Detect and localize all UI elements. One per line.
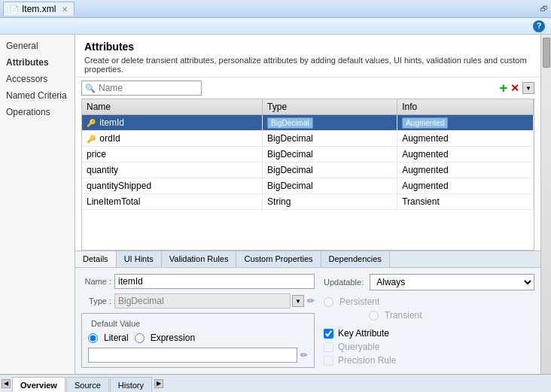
search-icon: 🔍 [85, 84, 96, 93]
content-header: Attributes Create or delete transient at… [75, 35, 540, 77]
row-name: quantity [82, 163, 263, 178]
table-row[interactable]: LineItemTotal String Transient [82, 194, 534, 210]
details-panel: Details UI Hints Validation Rules Custom… [75, 251, 540, 374]
row-name: price [82, 147, 263, 163]
expression-radio[interactable] [135, 333, 145, 343]
literal-label: Literal [104, 333, 129, 343]
row-info: Augmented [397, 163, 534, 178]
precision-rule-checkbox[interactable] [324, 356, 333, 366]
dropdown-button[interactable]: ▼ [522, 82, 534, 94]
main-layout: General Attributes Accessors Named Crite… [0, 35, 551, 374]
row-info: Augmented [397, 147, 534, 163]
tab-details[interactable]: Details [75, 251, 117, 267]
default-value-input-row: ✏ [88, 348, 308, 363]
details-right: Updatable: Always Never OnCreate Persist… [324, 274, 534, 368]
key-icon: 🔑 [87, 119, 96, 127]
table-row[interactable]: quantityShipped BigDecimal Augmented [82, 178, 534, 194]
persistent-radio-row: Persistent [324, 296, 534, 307]
precision-rule-row: Precision Rule [324, 355, 534, 366]
row-name: 🔑 ordId [82, 131, 263, 147]
expression-radio-row: Expression [135, 333, 195, 343]
persistent-label: Persistent [339, 296, 379, 307]
content-description: Create or delete transient attributes, p… [84, 56, 531, 74]
tab-custom-properties[interactable]: Custom Properties [236, 251, 321, 267]
sidebar-item-named-criteria[interactable]: Named Criteria [0, 87, 75, 104]
tab-dependencies[interactable]: Dependencies [321, 251, 390, 267]
title-tab[interactable]: 📄 Item.xml ✕ [3, 2, 75, 16]
row-name: 🔑 itemId [82, 115, 263, 131]
bottom-tab-source[interactable]: Source [66, 377, 109, 392]
default-value-input[interactable] [88, 348, 297, 363]
table-toolbar: 🔍 + ✕ ▼ [75, 77, 540, 99]
row-name: LineItemTotal [82, 194, 263, 210]
bottom-bar: ◀ Overview Source History ▶ [0, 374, 551, 392]
persistent-radio [324, 297, 333, 307]
edit-type-button[interactable]: ✏ [307, 296, 315, 306]
row-info: Augmented [397, 178, 534, 194]
title-tab-label: Item.xml [22, 4, 56, 14]
checkbox-group: Key Attribute Queryable Precision Rule [324, 328, 534, 366]
transient-label: Transient [385, 310, 422, 321]
transient-radio [369, 311, 379, 321]
close-icon[interactable]: ✕ [62, 5, 68, 14]
sidebar-item-accessors[interactable]: Accessors [0, 71, 75, 87]
default-value-label: Default Value [88, 319, 143, 328]
type-label: Type : [81, 296, 111, 305]
literal-radio[interactable] [88, 333, 98, 343]
details-left: Name : Type : ▼ ✏ Default Value [81, 274, 315, 368]
sidebar-item-attributes[interactable]: Attributes [0, 54, 75, 71]
transient-radio-row: Transient [369, 310, 422, 321]
updatable-row: Updatable: Always Never OnCreate [324, 274, 534, 290]
details-tabs-bar: Details UI Hints Validation Rules Custom… [75, 251, 540, 268]
table-row[interactable]: 🔑 ordId BigDecimal Augmented [82, 131, 534, 147]
precision-rule-label: Precision Rule [338, 355, 396, 366]
nav-forward-button[interactable]: ▶ [154, 379, 163, 388]
queryable-checkbox[interactable] [324, 342, 333, 352]
name-field[interactable] [114, 274, 315, 289]
queryable-label: Queryable [338, 342, 379, 352]
tab-ui-hints[interactable]: UI Hints [117, 251, 162, 267]
expression-label: Expression [151, 333, 195, 343]
col-type: Type [263, 99, 397, 115]
table-row[interactable]: price BigDecimal Augmented [82, 147, 534, 163]
bottom-tab-overview[interactable]: Overview [12, 377, 65, 392]
key-attribute-label: Key Attribute [338, 328, 389, 339]
right-scrollbar[interactable] [540, 35, 551, 374]
table-row[interactable]: 🔑 itemId BigDecimal Augmented [82, 115, 534, 131]
attributes-table: Name Type Info 🔑 itemId BigDecimal Augme… [82, 99, 534, 210]
type-row: Type : ▼ ✏ [81, 293, 315, 308]
scrollbar-thumb[interactable] [543, 38, 550, 68]
delete-attribute-button[interactable]: ✕ [510, 82, 519, 94]
search-box[interactable]: 🔍 [81, 81, 202, 96]
row-type: String [263, 194, 397, 210]
row-info: Transient [397, 194, 534, 210]
help-bar: ? [0, 18, 551, 35]
search-input[interactable] [99, 83, 198, 93]
key-attribute-row: Key Attribute [324, 328, 534, 339]
row-type: BigDecimal [263, 163, 397, 178]
key-attribute-checkbox[interactable] [324, 329, 333, 339]
nav-back-button[interactable]: ◀ [2, 379, 11, 388]
tab-validation-rules[interactable]: Validation Rules [162, 251, 237, 267]
help-icon[interactable]: ? [533, 20, 545, 32]
file-icon: 📄 [10, 5, 19, 14]
row-info: Augmented [397, 115, 534, 131]
edit-default-button[interactable]: ✏ [300, 350, 308, 360]
updatable-select[interactable]: Always Never OnCreate [370, 274, 534, 290]
table-row[interactable]: quantity BigDecimal Augmented [82, 163, 534, 178]
title-bar-right: 🗗 [540, 5, 548, 13]
type-field[interactable] [114, 293, 291, 308]
restore-button[interactable]: 🗗 [540, 5, 548, 13]
radio-group: Literal Expression [88, 333, 308, 343]
sidebar-item-operations[interactable]: Operations [0, 104, 75, 120]
col-name: Name [82, 99, 263, 115]
default-value-group: Default Value Literal Expression [81, 313, 315, 368]
type-input-group: ▼ [114, 293, 304, 308]
updatable-label: Updatable: [324, 278, 364, 287]
bottom-tab-history[interactable]: History [110, 377, 152, 392]
sidebar-item-general[interactable]: General [0, 38, 75, 54]
type-dropdown-button[interactable]: ▼ [292, 295, 304, 307]
add-attribute-button[interactable]: + [499, 81, 507, 95]
literal-radio-row: Literal [88, 333, 129, 343]
row-type: BigDecimal [263, 115, 397, 131]
